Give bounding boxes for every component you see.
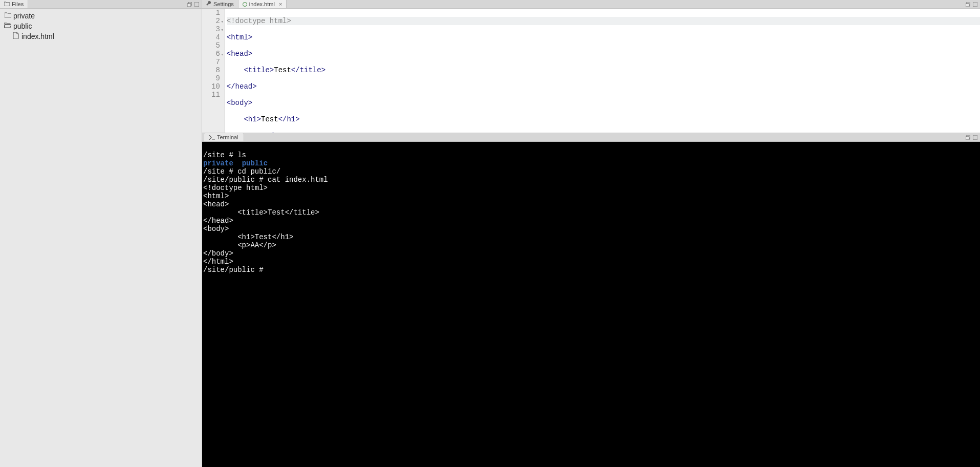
code-line: </head>	[227, 82, 980, 91]
code-line: <!doctype html>	[227, 17, 980, 25]
panel-maximize-icon[interactable]	[972, 1, 978, 7]
svg-rect-8	[973, 135, 977, 140]
sidebar-tab-files[interactable]: Files	[0, 0, 28, 8]
gutter-line: 7	[211, 58, 220, 66]
sidebar-tab-label: Files	[12, 1, 24, 7]
fold-marker-icon[interactable]: ▾	[221, 18, 223, 26]
file-icon	[12, 32, 19, 40]
tree-label: public	[13, 22, 32, 30]
terminal-body[interactable]: /site # ls private public /site # cd pub…	[202, 142, 980, 467]
sidebar: Files private pu	[0, 0, 202, 467]
code-line: <title>Test</title>	[227, 66, 980, 74]
terminal-line: <h1>Test</h1>	[203, 233, 293, 241]
svg-rect-2	[194, 2, 199, 7]
gutter-line: 2▾	[211, 17, 220, 25]
code-line: <h1>Test</h1>	[227, 115, 980, 123]
code-line: <p>AA</p>	[227, 132, 980, 133]
gutter-line: 9	[211, 74, 220, 82]
editor-tab-label: Settings	[213, 1, 234, 7]
terminal-line: /site/public #	[203, 266, 268, 274]
folder-icon	[4, 1, 10, 7]
close-icon[interactable]: ×	[279, 1, 282, 7]
editor-window-controls	[965, 0, 980, 8]
terminal-line: private	[203, 159, 233, 167]
editor-tab-label: index.html	[249, 1, 275, 7]
panel-restore-icon[interactable]	[965, 134, 971, 140]
terminal-line: <title>Test</title>	[203, 208, 319, 217]
terminal-icon	[209, 135, 215, 140]
code-line: <body>	[227, 99, 980, 107]
panel-maximize-icon[interactable]	[972, 134, 978, 140]
folder-open-icon	[4, 23, 11, 30]
editor-gutter: 1 2▾ 3▾ 4 5 6▾ 7 8 9 10 11	[202, 9, 225, 133]
tree-label: private	[13, 12, 35, 20]
fold-marker-icon[interactable]: ▾	[221, 26, 223, 34]
editor-body[interactable]: 1 2▾ 3▾ 4 5 6▾ 7 8 9 10 11 <!doctype htm…	[202, 9, 980, 133]
sidebar-tabbar: Files	[0, 0, 202, 9]
terminal-line: <head>	[203, 200, 229, 208]
tree-label: index.html	[21, 32, 54, 40]
editor-tabbar: Settings index.html ×	[202, 0, 980, 9]
folder-closed-icon	[4, 12, 11, 19]
file-status-icon	[243, 2, 247, 7]
sidebar-window-controls	[186, 0, 202, 8]
terminal-line: <body>	[203, 225, 229, 233]
terminal-line: /site # cd public/	[203, 167, 280, 176]
terminal-window-controls	[965, 133, 980, 141]
editor-tab-settings[interactable]: Settings	[202, 0, 238, 8]
panel-restore-icon[interactable]	[965, 1, 971, 7]
main-column: Settings index.html ×	[202, 0, 980, 467]
app-root: Files private pu	[0, 0, 980, 467]
terminal-line: </html>	[203, 258, 233, 266]
tree-folder-private[interactable]: private	[0, 11, 202, 21]
code-line: <head>	[227, 50, 980, 58]
editor-tab-index-html[interactable]: index.html ×	[238, 0, 287, 8]
gutter-line: 5	[211, 41, 220, 50]
gutter-line: 8	[211, 66, 220, 74]
svg-rect-5	[973, 2, 977, 7]
terminal-line: </head>	[203, 217, 233, 225]
terminal-line: <p>AA</p>	[203, 241, 276, 249]
panel-maximize-icon[interactable]	[193, 1, 200, 7]
gutter-line: 6▾	[211, 50, 220, 58]
gutter-line: 11	[211, 91, 220, 99]
terminal-line: <html>	[203, 192, 229, 200]
svg-rect-7	[966, 137, 969, 140]
svg-rect-4	[966, 4, 969, 7]
terminal-line: /site/public # cat index.html	[203, 176, 328, 184]
file-tree[interactable]: private public index.html	[0, 9, 202, 467]
gutter-line: 10	[211, 82, 220, 91]
terminal-tab[interactable]: Terminal	[204, 133, 244, 141]
terminal-tab-label: Terminal	[217, 134, 238, 140]
terminal-line: </body>	[203, 249, 233, 258]
gutter-line: 4	[211, 33, 220, 41]
terminal-line: <!doctype html>	[203, 184, 268, 192]
terminal-panel: Terminal /site # ls private public /site…	[202, 133, 980, 467]
panel-restore-icon[interactable]	[186, 1, 192, 7]
terminal-line: /site # ls	[203, 151, 246, 159]
gutter-line: 1	[211, 9, 220, 17]
tree-folder-public[interactable]: public	[0, 21, 202, 31]
editor-panel: Settings index.html ×	[202, 0, 980, 133]
code-content[interactable]: <!doctype html> <html> <head> <title>Tes…	[225, 9, 980, 133]
code-line: <html>	[227, 33, 980, 41]
wrench-icon	[206, 1, 211, 7]
terminal-line: public	[242, 159, 268, 167]
tree-file-index-html[interactable]: index.html	[0, 31, 202, 41]
svg-rect-1	[187, 4, 191, 7]
terminal-tabbar: Terminal	[202, 133, 980, 142]
fold-marker-icon[interactable]: ▾	[221, 51, 223, 59]
gutter-line: 3▾	[211, 25, 220, 33]
